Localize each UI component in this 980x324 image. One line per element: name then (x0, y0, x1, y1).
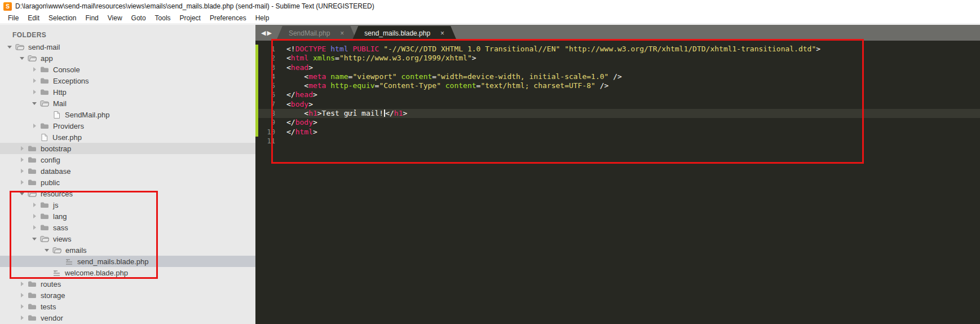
code-editor[interactable]: 1<!DOCTYPE html PUBLIC "-//W3C//DTD XHTM… (255, 41, 980, 324)
code-line[interactable]: 3<head> (255, 63, 980, 72)
sidebar-item-app[interactable]: app (0, 52, 255, 64)
expand-triangle-icon[interactable] (18, 178, 26, 186)
sidebar-item-welcome-blade-php[interactable]: welcome.blade.php (0, 267, 255, 278)
tab-close-icon[interactable]: × (440, 29, 444, 37)
expand-triangle-icon[interactable] (18, 314, 26, 322)
sidebar-item-resources[interactable]: resources (0, 188, 255, 199)
tab-send-mails-blade-php[interactable]: send_mails.blade.php× (352, 26, 457, 41)
collapse-triangle-icon[interactable] (30, 99, 38, 107)
sidebar-item-send-mails-blade-php[interactable]: send_mails.blade.php (0, 256, 255, 267)
token-tag: meta (308, 81, 326, 90)
tab-close-icon[interactable]: × (340, 29, 344, 37)
menu-item-help[interactable]: Help (251, 14, 274, 23)
sidebar-item-label: views (52, 235, 72, 243)
expand-triangle-icon[interactable] (18, 291, 26, 299)
sidebar-item-user-php[interactable]: User.php (0, 132, 255, 143)
sidebar-item-label: send_mails.blade.php (77, 257, 148, 266)
sidebar-item-http[interactable]: Http (0, 86, 255, 98)
collapse-triangle-icon[interactable] (18, 54, 26, 62)
sidebar-item-label: User.php (52, 133, 82, 142)
expand-triangle-icon[interactable] (18, 156, 26, 164)
menu-item-view[interactable]: View (103, 14, 127, 23)
window-title: D:\laragon\www\send-mail\resources\views… (15, 2, 374, 10)
expand-triangle-icon[interactable] (18, 145, 26, 152)
sidebar-item-tests[interactable]: tests (0, 301, 255, 312)
menu-item-tools[interactable]: Tools (151, 14, 175, 23)
sidebar-item-label: bootstrap (40, 145, 71, 153)
token-str: "http://www.w3.org/TR/xhtml1/DTD/xhtml1-… (564, 45, 816, 53)
tab-nav-back-icon[interactable]: ◀ (261, 29, 267, 37)
sidebar-item-vendor[interactable]: vendor (0, 312, 255, 323)
sidebar-item-storage[interactable]: storage (0, 290, 255, 301)
code-line[interactable]: 6</head> (255, 90, 980, 99)
sidebar-item-views[interactable]: views (0, 233, 255, 244)
sidebar-item-providers[interactable]: Providers (0, 120, 255, 132)
folder-icon (28, 179, 37, 186)
token-str: "http://www.w3.org/1999/xhtml" (339, 54, 472, 62)
sidebar-item-database[interactable]: database (0, 165, 255, 177)
tree-spacer (43, 269, 51, 277)
menu-bar: FileEditSelectionFindViewGotoToolsProjec… (0, 12, 980, 23)
menu-item-project[interactable]: Project (175, 14, 205, 23)
sidebar-item-config[interactable]: config (0, 154, 255, 165)
expand-triangle-icon[interactable] (30, 212, 38, 220)
collapse-triangle-icon[interactable] (18, 190, 26, 198)
code-line[interactable]: 4 <meta name="viewport" content="width=d… (255, 72, 980, 81)
line-number: 8 (258, 109, 276, 118)
expand-triangle-icon[interactable] (18, 303, 26, 310)
sidebar-item-sass[interactable]: sass (0, 222, 255, 233)
token-plain: </ (286, 90, 295, 99)
expand-triangle-icon[interactable] (30, 77, 38, 85)
sidebar-item-routes[interactable]: routes (0, 278, 255, 290)
token-plain: < (286, 109, 308, 117)
code-line[interactable]: 2<html xmlns="http://www.w3.org/1999/xht… (255, 54, 980, 63)
token-plain (308, 54, 313, 62)
sidebar-item-label: public (40, 178, 60, 187)
menu-item-find[interactable]: Find (81, 14, 103, 23)
folder-open-icon (28, 55, 37, 62)
code-line[interactable]: 7<body> (255, 100, 980, 109)
sidebar-item-console[interactable]: Console (0, 64, 255, 75)
folder-icon (40, 89, 49, 95)
folder-icon (28, 145, 37, 152)
sidebar-item-emails[interactable]: emails (0, 244, 255, 256)
menu-item-goto[interactable]: Goto (127, 14, 151, 23)
sidebar-item-public[interactable]: public (0, 177, 255, 188)
code-line[interactable]: 5 <meta http-equiv="Content-Type" conten… (255, 81, 980, 90)
collapse-triangle-icon[interactable] (6, 43, 14, 51)
folder-open-icon (15, 43, 24, 50)
expand-triangle-icon[interactable] (30, 201, 38, 209)
expand-triangle-icon[interactable] (30, 122, 38, 130)
token-plain: /> (595, 81, 608, 90)
expand-triangle-icon[interactable] (30, 65, 38, 73)
collapse-triangle-icon[interactable] (30, 235, 38, 243)
sidebar-item-label: tests (40, 303, 56, 311)
expand-triangle-icon[interactable] (30, 88, 38, 96)
sidebar-item-exceptions[interactable]: Exceptions (0, 75, 255, 86)
expand-triangle-icon[interactable] (18, 280, 26, 288)
menu-item-selection[interactable]: Selection (44, 14, 81, 23)
line-number: 1 (258, 45, 276, 54)
sidebar-item-lang[interactable]: lang (0, 211, 255, 222)
expand-triangle-icon[interactable] (18, 167, 26, 175)
collapse-triangle-icon[interactable] (43, 246, 51, 254)
menu-item-edit[interactable]: Edit (23, 14, 44, 23)
expand-triangle-icon[interactable] (30, 224, 38, 231)
menu-item-file[interactable]: File (3, 14, 23, 23)
sidebar-item-send-mail[interactable]: send-mail (0, 41, 255, 52)
menu-item-preferences[interactable]: Preferences (205, 14, 251, 23)
code-line[interactable]: 1<!DOCTYPE html PUBLIC "-//W3C//DTD XHTM… (255, 45, 980, 54)
tab-nav-arrows: ◀ ▶ (255, 25, 276, 41)
code-line[interactable]: 11 (255, 137, 980, 146)
token-plain: = (432, 72, 436, 81)
sidebar-item-js[interactable]: js (0, 199, 255, 211)
code-line[interactable]: 10</html> (255, 128, 980, 137)
code-line[interactable]: 8 <h1>Test gửi mail!</h1> (255, 109, 980, 118)
sidebar-item-sendmail-php[interactable]: SendMail.php (0, 109, 255, 120)
token-tag: h1 (394, 109, 403, 117)
sidebar-item-mail[interactable]: Mail (0, 98, 255, 109)
sidebar-item-bootstrap[interactable]: bootstrap (0, 143, 255, 154)
tab-nav-forward-icon[interactable]: ▶ (267, 29, 272, 37)
code-line[interactable]: 9</body> (255, 118, 980, 127)
tab-sendmail-php[interactable]: SendMail.php× (276, 26, 356, 41)
